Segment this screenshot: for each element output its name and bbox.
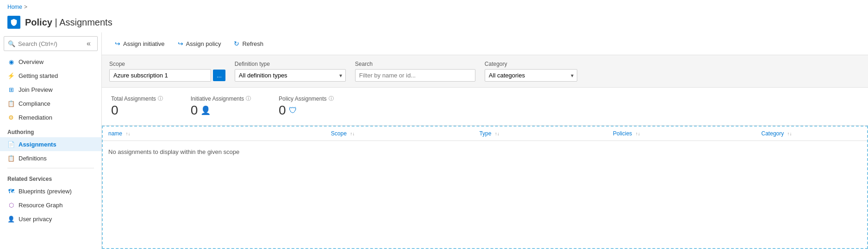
definition-type-filter: Definition type All definition types Ini… bbox=[235, 61, 346, 82]
scope-browse-button[interactable]: ... bbox=[213, 70, 225, 81]
no-data-message: No assignments to display within the giv… bbox=[103, 141, 867, 163]
initiative-assignments-stat: Initiative Assignments ⓘ 0 👤 bbox=[191, 95, 251, 118]
user-privacy-icon: 👤 bbox=[7, 215, 15, 223]
scope-input[interactable] bbox=[109, 69, 211, 82]
page-header: Policy | Assignments bbox=[0, 14, 868, 32]
assignments-icon: 📄 bbox=[7, 140, 15, 148]
category-filter: Category All categories bbox=[485, 61, 577, 82]
authoring-section-label: Authoring bbox=[0, 124, 101, 137]
sidebar-item-resource-graph[interactable]: ⬡ Resource Graph bbox=[0, 198, 101, 212]
search-filter: Search bbox=[355, 61, 475, 82]
search-input[interactable] bbox=[18, 40, 81, 47]
page-title: Policy | Assignments bbox=[25, 17, 112, 28]
sort-name-icon: ↑↓ bbox=[125, 131, 130, 136]
assign-initiative-button[interactable]: ↪ Assign initiative bbox=[109, 37, 170, 50]
scope-label: Scope bbox=[109, 61, 225, 67]
category-label: Category bbox=[485, 61, 577, 67]
initiative-info-icon[interactable]: ⓘ bbox=[246, 95, 251, 102]
lightning-icon: ⚡ bbox=[7, 72, 15, 79]
sidebar-item-getting-started[interactable]: ⚡ Getting started bbox=[0, 69, 101, 83]
refresh-button[interactable]: ↻ Refresh bbox=[228, 37, 269, 50]
total-assignments-label: Total Assignments ⓘ bbox=[111, 95, 163, 102]
filter-bar: Scope ... Definition type All definition… bbox=[102, 55, 868, 88]
sidebar-item-join-preview[interactable]: ⊞ Join Preview bbox=[0, 83, 101, 96]
content-area: ↪ Assign initiative ↪ Assign policy ↻ Re… bbox=[102, 32, 868, 249]
nav-divider bbox=[7, 168, 94, 168]
preview-icon: ⊞ bbox=[7, 86, 15, 93]
definitions-icon: 📋 bbox=[7, 154, 15, 162]
sidebar-item-compliance[interactable]: 📋 Compliance bbox=[0, 96, 101, 110]
sidebar-item-assignments[interactable]: 📄 Assignments bbox=[0, 137, 101, 151]
resource-graph-icon: ⬡ bbox=[7, 201, 15, 209]
definition-type-select[interactable]: All definition types Initiative Policy bbox=[235, 69, 346, 82]
assign-initiative-icon: ↪ bbox=[115, 40, 120, 47]
blueprints-icon: 🗺 bbox=[7, 187, 15, 195]
sidebar-item-blueprints[interactable]: 🗺 Blueprints (preview) bbox=[0, 184, 101, 198]
sort-scope-icon: ↑↓ bbox=[350, 131, 355, 136]
sidebar-item-remediation[interactable]: ⚙ Remediation bbox=[0, 110, 101, 124]
policy-info-icon[interactable]: ⓘ bbox=[329, 95, 334, 102]
search-label: Search bbox=[355, 61, 475, 67]
sidebar-item-overview[interactable]: ◉ Overview bbox=[0, 55, 101, 69]
col-header-type[interactable]: Type ↑↓ bbox=[474, 127, 607, 141]
remediation-icon: ⚙ bbox=[7, 114, 15, 121]
initiative-assignments-value: 0 👤 bbox=[191, 103, 251, 118]
refresh-icon: ↻ bbox=[234, 40, 239, 47]
policy-stat-icon: 🛡 bbox=[289, 106, 297, 115]
collapse-button[interactable]: « bbox=[84, 38, 94, 49]
assign-policy-button[interactable]: ↪ Assign policy bbox=[172, 37, 227, 50]
col-header-name[interactable]: name ↑↓ bbox=[103, 127, 325, 141]
breadcrumb-separator: > bbox=[24, 4, 27, 10]
assign-policy-icon: ↪ bbox=[178, 40, 183, 47]
search-box[interactable]: 🔍 « bbox=[4, 36, 98, 51]
initiative-assignments-label: Initiative Assignments ⓘ bbox=[191, 95, 251, 102]
total-info-icon[interactable]: ⓘ bbox=[158, 95, 163, 102]
related-section-label: Related Services bbox=[0, 171, 101, 184]
policy-icon bbox=[7, 16, 20, 29]
assignments-table-container: name ↑↓ Scope ↑↓ Type ↑↓ Policies bbox=[102, 126, 868, 249]
definition-type-label: Definition type bbox=[235, 61, 346, 67]
compliance-icon: 📋 bbox=[7, 100, 15, 107]
sidebar-item-user-privacy[interactable]: 👤 User privacy bbox=[0, 212, 101, 226]
search-filter-input[interactable] bbox=[355, 69, 475, 82]
table-header: name ↑↓ Scope ↑↓ Type ↑↓ Policies bbox=[103, 127, 867, 141]
sort-type-icon: ↑↓ bbox=[495, 131, 500, 136]
breadcrumb-home[interactable]: Home bbox=[7, 4, 22, 10]
definition-type-select-wrapper: All definition types Initiative Policy bbox=[235, 69, 346, 82]
col-header-policies[interactable]: Policies ↑↓ bbox=[607, 127, 756, 141]
policy-assignments-label: Policy Assignments ⓘ bbox=[279, 95, 333, 102]
scope-filter: Scope ... bbox=[109, 61, 225, 82]
initiative-stat-icon: 👤 bbox=[200, 105, 211, 115]
sidebar-item-definitions[interactable]: 📋 Definitions bbox=[0, 151, 101, 165]
policy-icon-svg bbox=[10, 18, 18, 26]
policy-assignments-value: 0 🛡 bbox=[279, 103, 333, 118]
sort-policies-icon: ↑↓ bbox=[636, 131, 640, 136]
overview-icon: ◉ bbox=[7, 58, 15, 65]
policy-assignments-stat: Policy Assignments ⓘ 0 🛡 bbox=[279, 95, 333, 118]
total-assignments-stat: Total Assignments ⓘ 0 bbox=[111, 95, 163, 118]
total-assignments-value: 0 bbox=[111, 103, 163, 118]
toolbar: ↪ Assign initiative ↪ Assign policy ↻ Re… bbox=[102, 32, 868, 55]
category-select-wrapper: All categories bbox=[485, 69, 577, 82]
col-header-scope[interactable]: Scope ↑↓ bbox=[325, 127, 474, 141]
category-select[interactable]: All categories bbox=[485, 69, 577, 82]
search-icon: 🔍 bbox=[8, 40, 15, 47]
stats-row: Total Assignments ⓘ 0 Initiative Assignm… bbox=[102, 88, 868, 126]
col-header-category[interactable]: Category ↑↓ bbox=[756, 127, 867, 141]
assignments-table: name ↑↓ Scope ↑↓ Type ↑↓ Policies bbox=[103, 127, 867, 163]
sidebar: 🔍 « ◉ Overview ⚡ Getting started ⊞ Join … bbox=[0, 32, 102, 249]
table-body: No assignments to display within the giv… bbox=[103, 141, 867, 163]
sort-category-icon: ↑↓ bbox=[787, 131, 792, 136]
breadcrumb: Home > bbox=[0, 0, 868, 14]
no-data-row: No assignments to display within the giv… bbox=[103, 141, 867, 163]
